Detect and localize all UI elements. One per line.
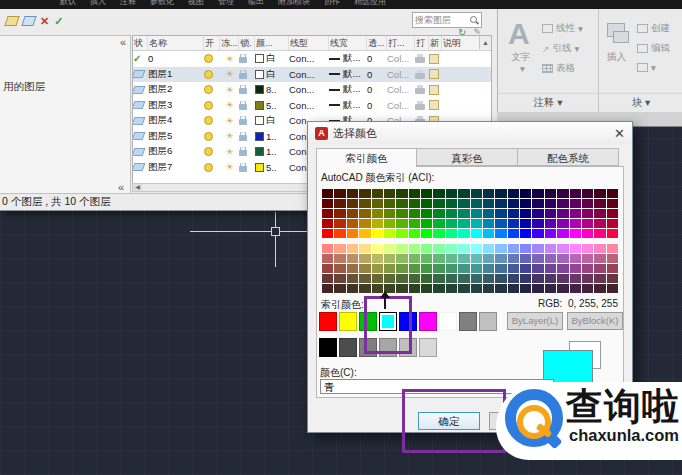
aci-color-cell[interactable] <box>359 274 370 283</box>
layer-lock-icon[interactable] <box>239 163 255 172</box>
aci-color-cell[interactable] <box>570 244 581 253</box>
aci-color-cell[interactable] <box>372 264 383 273</box>
aci-color-cell[interactable] <box>384 264 395 273</box>
column-header[interactable]: 打... <box>387 36 415 50</box>
layer-row[interactable]: 图层1☀白Con...默...0Col... <box>133 67 491 83</box>
aci-color-cell[interactable] <box>557 199 568 208</box>
aci-color-cell[interactable] <box>409 274 420 283</box>
aci-color-cell[interactable] <box>520 284 531 293</box>
aci-color-cell[interactable] <box>409 219 420 228</box>
aci-color-cell[interactable] <box>570 264 581 273</box>
aci-color-cell[interactable] <box>433 264 444 273</box>
aci-color-cell[interactable] <box>446 244 457 253</box>
aci-color-cell[interactable] <box>347 219 358 228</box>
standard-swatch[interactable] <box>459 312 477 331</box>
aci-color-cell[interactable] <box>347 199 358 208</box>
layer-on-icon[interactable] <box>204 70 220 79</box>
text-dropdown-icon[interactable]: ▾ <box>520 63 525 74</box>
standard-swatch[interactable] <box>339 312 357 331</box>
aci-color-cell[interactable] <box>508 244 519 253</box>
aci-color-cell[interactable] <box>557 244 568 253</box>
aci-color-cell[interactable] <box>384 189 395 198</box>
aci-color-cell[interactable] <box>582 199 593 208</box>
layer-freeze-icon[interactable]: ☀ <box>220 147 239 157</box>
aci-color-cell[interactable] <box>471 229 482 238</box>
aci-color-cell[interactable] <box>458 274 469 283</box>
leader-item[interactable]: ↗ 引线 ▾ <box>542 42 579 55</box>
aci-color-cell[interactable] <box>471 199 482 208</box>
aci-color-cell[interactable] <box>322 209 333 218</box>
aci-color-cell[interactable] <box>570 229 581 238</box>
layer-color[interactable]: 1.. <box>255 131 289 142</box>
aci-color-cell[interactable] <box>495 274 506 283</box>
aci-color-cell[interactable] <box>594 219 605 228</box>
delete-layer-icon[interactable]: ✕ <box>40 16 49 26</box>
aci-color-cell[interactable] <box>557 189 568 198</box>
aci-color-cell[interactable] <box>594 244 605 253</box>
aci-color-cell[interactable] <box>384 254 395 263</box>
aci-color-cell[interactable] <box>421 284 432 293</box>
new-layer-icon[interactable] <box>4 16 19 26</box>
aci-color-cell[interactable] <box>322 254 333 263</box>
aci-color-cell[interactable] <box>409 189 420 198</box>
layer-lock-icon[interactable] <box>239 132 255 141</box>
aci-color-cell[interactable] <box>495 199 506 208</box>
aci-color-cell[interactable] <box>495 284 506 293</box>
aci-color-cell[interactable] <box>582 274 593 283</box>
layer-name[interactable]: 图层3 <box>148 99 204 112</box>
aci-color-cell[interactable] <box>458 219 469 228</box>
aci-color-cell[interactable] <box>532 209 543 218</box>
aci-color-cell[interactable] <box>446 254 457 263</box>
aci-color-cell[interactable] <box>570 199 581 208</box>
layer-freeze-icon[interactable]: ☀ <box>220 116 239 126</box>
aci-color-cell[interactable] <box>347 274 358 283</box>
layer-lineweight[interactable]: 默... <box>329 68 367 81</box>
layer-linetype[interactable]: Con... <box>289 100 329 111</box>
aci-color-cell[interactable] <box>421 264 432 273</box>
aci-color-cell[interactable] <box>322 274 333 283</box>
aci-color-cell[interactable] <box>471 264 482 273</box>
aci-color-cell[interactable] <box>458 199 469 208</box>
layer-linetype[interactable]: Con... <box>289 84 329 95</box>
layer-linetype[interactable]: Con... <box>289 69 329 80</box>
aci-color-cell[interactable] <box>446 264 457 273</box>
aci-color-cell[interactable] <box>433 189 444 198</box>
layer-on-icon[interactable] <box>204 116 220 125</box>
edit-block-item[interactable]: 编辑 <box>637 42 670 55</box>
aci-color-cell[interactable] <box>471 209 482 218</box>
gray-swatch[interactable] <box>339 338 357 357</box>
aci-color-cell[interactable] <box>495 244 506 253</box>
aci-color-cell[interactable] <box>582 189 593 198</box>
aci-color-cell[interactable] <box>433 219 444 228</box>
aci-color-cell[interactable] <box>582 254 593 263</box>
aci-color-cell[interactable] <box>545 244 556 253</box>
layer-freeze-icon[interactable]: ☀ <box>220 100 239 110</box>
aci-color-cell[interactable] <box>471 254 482 263</box>
layer-row[interactable]: ✓0☀白Con...默...0Col... <box>133 51 491 67</box>
aci-color-cell[interactable] <box>607 264 618 273</box>
aci-color-cell[interactable] <box>520 264 531 273</box>
aci-color-cell[interactable] <box>532 264 543 273</box>
aci-color-cell[interactable] <box>334 209 345 218</box>
layer-lock-icon[interactable] <box>239 147 255 156</box>
ribbon-tab[interactable]: 协作 <box>324 0 340 7</box>
layer-color[interactable]: 白 <box>255 114 289 127</box>
layer-new-vp[interactable] <box>429 85 442 95</box>
aci-color-cell[interactable] <box>594 229 605 238</box>
column-header[interactable]: 状 <box>133 36 148 50</box>
layer-on-icon[interactable] <box>204 147 220 156</box>
layer-freeze-icon[interactable]: ☀ <box>220 85 239 95</box>
column-header[interactable]: 锁. <box>239 36 255 50</box>
aci-color-cell[interactable] <box>347 189 358 198</box>
close-icon[interactable]: ✕ <box>614 127 625 140</box>
aci-color-cell[interactable] <box>322 284 333 293</box>
aci-color-cell[interactable] <box>396 189 407 198</box>
aci-color-cell[interactable] <box>471 219 482 228</box>
aci-color-cell[interactable] <box>372 254 383 263</box>
aci-color-cell[interactable] <box>508 254 519 263</box>
aci-color-cell[interactable] <box>433 209 444 218</box>
aci-color-cell[interactable] <box>520 199 531 208</box>
layer-color[interactable]: 白 <box>255 52 289 65</box>
aci-color-cell[interactable] <box>458 264 469 273</box>
aci-color-grid[interactable] <box>321 188 619 294</box>
